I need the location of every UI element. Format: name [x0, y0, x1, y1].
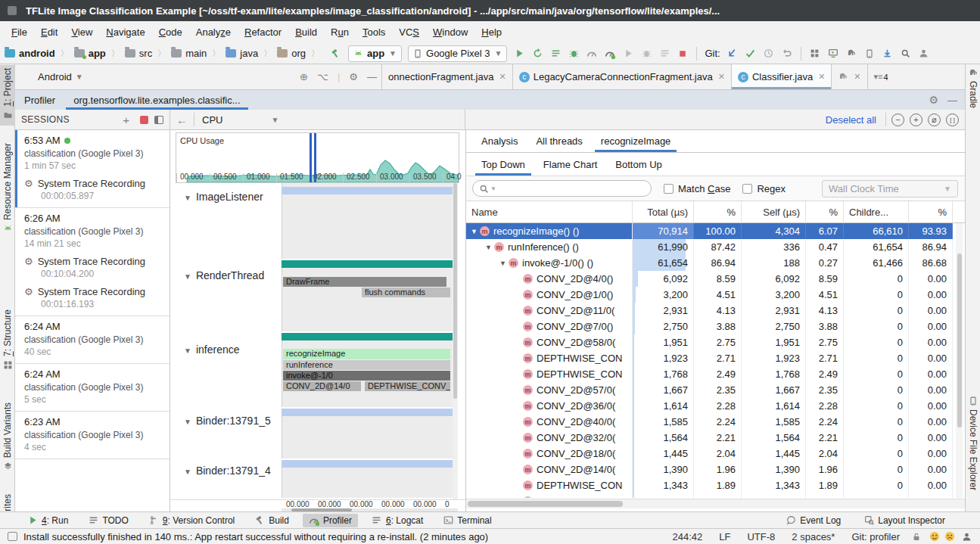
- commit-icon[interactable]: [742, 46, 759, 61]
- collapse-all-icon[interactable]: ⌥: [317, 71, 328, 82]
- close-icon[interactable]: ✕: [854, 72, 860, 82]
- sidebar-item-device-file-explorer[interactable]: Device File Explorer: [966, 396, 980, 517]
- toolwindow-button-layout-inspector[interactable]: Layout Inspector: [857, 514, 951, 527]
- sidebar-item-1-project[interactable]: 1: Project: [0, 65, 15, 126]
- hidden-tab[interactable]: ✕: [832, 64, 867, 89]
- hide-panel-icon[interactable]: —: [367, 71, 377, 82]
- thread-state-bar[interactable]: [282, 460, 458, 468]
- column-header-2[interactable]: %: [694, 201, 742, 223]
- session-entry[interactable]: 6:26 AMclassification (Google Pixel 3)14…: [15, 208, 170, 316]
- git-branch[interactable]: Git: profiler: [851, 531, 900, 542]
- table-vertical-scrollbar[interactable]: [956, 223, 963, 498]
- column-header-3[interactable]: Self (µs): [742, 201, 806, 223]
- session-entry[interactable]: 6:53 AMclassification (Google Pixel 3)1 …: [15, 130, 170, 208]
- table-row[interactable]: mCONV_2D@36/0(1,6142.281,6142.2800.00: [466, 398, 953, 414]
- table-row[interactable]: mCONV_2D@1/0()3,2004.513,2004.5100.00: [466, 287, 953, 303]
- caret-position[interactable]: 244:42: [673, 531, 703, 542]
- search-everywhere-icon[interactable]: [898, 46, 914, 61]
- thread-row-inference[interactable]: ▼inferencerecognizeImagerunInferenceinvo…: [170, 333, 459, 409]
- chevron-down-icon[interactable]: ▼: [184, 347, 191, 355]
- table-row[interactable]: mCONV_2D@7/0()2,7503.882,7503.8800.00: [466, 319, 953, 334]
- recording-entry[interactable]: ⚙System Trace Recording00:00:05.897: [24, 178, 163, 201]
- breadcrumb-src[interactable]: src: [125, 48, 152, 59]
- toolwindow-button-todo[interactable]: TODO: [82, 514, 134, 527]
- selection-marker[interactable]: [314, 133, 316, 182]
- close-icon[interactable]: ✕: [499, 72, 506, 82]
- run-disabled-icon[interactable]: [620, 46, 636, 61]
- table-row[interactable]: mCONV_2D@18/0(1,4452.041,4452.0400.00: [466, 446, 953, 462]
- device-manager-icon[interactable]: [825, 46, 842, 61]
- trace-span[interactable]: DrawFrame: [283, 277, 446, 287]
- build-hammer-icon[interactable]: [328, 46, 344, 61]
- gradle-sync-icon[interactable]: [843, 46, 860, 61]
- hidden-tabs-dropdown[interactable]: ▾≡4: [868, 64, 894, 89]
- menu-help[interactable]: Help: [474, 23, 509, 41]
- settings-gear-icon[interactable]: ⚙: [349, 71, 358, 82]
- menu-code[interactable]: Code: [152, 23, 189, 41]
- breadcrumb-android[interactable]: android: [5, 48, 55, 59]
- column-header-4[interactable]: %: [806, 201, 844, 223]
- zoom-to-selection-icon[interactable]: [ ]: [946, 113, 959, 126]
- column-header-6[interactable]: %: [909, 201, 953, 223]
- locate-file-icon[interactable]: ⊕: [300, 71, 308, 82]
- trace-span[interactable]: CONV_2D@14/0: [283, 381, 361, 391]
- chevron-down-icon[interactable]: ▼: [184, 194, 191, 202]
- recording-entry[interactable]: ⚙System Trace Recording00:01:16.193: [24, 286, 163, 309]
- session-entry[interactable]: 6:24 AMclassification (Google Pixel 3)40…: [15, 316, 170, 364]
- project-structure-icon[interactable]: [807, 46, 823, 61]
- user-avatar-icon[interactable]: [916, 46, 932, 61]
- menu-file[interactable]: File: [5, 23, 34, 41]
- profiler-minimize-icon[interactable]: —: [947, 95, 957, 106]
- expand-arrow-icon[interactable]: ▼: [499, 260, 509, 267]
- thread-state-bar[interactable]: [282, 187, 458, 194]
- column-header-0[interactable]: Name: [466, 201, 633, 223]
- thread-state-bar[interactable]: [282, 260, 458, 268]
- lock-icon[interactable]: [910, 530, 922, 542]
- sidebar-item-gradle[interactable]: Gradle: [966, 67, 980, 126]
- status-message[interactable]: Install successfully finished in 140 ms.…: [23, 531, 656, 542]
- device-select[interactable]: Google Pixel 3 ▼: [408, 45, 507, 62]
- editor-tab-classifier-java[interactable]: cClassifier.java✕: [732, 64, 832, 89]
- cpu-usage-chart[interactable]: CPU Usage 00.00000.50001.00001.50002.000…: [176, 132, 459, 183]
- zoom-in-icon[interactable]: +: [910, 113, 922, 126]
- profile-icon[interactable]: [602, 46, 618, 61]
- menu-analyze[interactable]: Analyze: [189, 23, 238, 41]
- expand-arrow-icon[interactable]: ▼: [485, 244, 494, 251]
- feedback-sad-icon[interactable]: [944, 530, 956, 542]
- search-input[interactable]: ▼: [472, 180, 652, 197]
- split-panel-icon[interactable]: [154, 116, 163, 124]
- line-ending[interactable]: LF: [719, 531, 730, 542]
- match-case-checkbox[interactable]: [664, 184, 674, 194]
- thread-state-bar[interactable]: [282, 333, 458, 340]
- rollback-icon[interactable]: [779, 46, 795, 61]
- profiler-session-tab[interactable]: org.tensorflow.lite.examples.classific..…: [63, 90, 250, 110]
- editor-tab-onnectionfragment-java[interactable]: onnectionFragment.java✕: [382, 64, 513, 89]
- menu-run[interactable]: Run: [324, 23, 356, 41]
- menu-tools[interactable]: Tools: [356, 23, 392, 41]
- stop-session-icon[interactable]: [140, 116, 148, 124]
- table-row[interactable]: mCONV_2D@58/0(1,9512.751,9512.7500.00: [466, 334, 953, 350]
- table-row[interactable]: mCONV_2D@57/0(1,6672.351,6672.3500.00: [466, 382, 953, 398]
- project-view-selector[interactable]: Android: [38, 71, 72, 82]
- table-horizontal-scrollbar[interactable]: [466, 499, 966, 508]
- table-row[interactable]: ▼minvoke@-1/0() ()61,65486.941880.2761,4…: [466, 255, 953, 271]
- thread-row-binder-13791-5[interactable]: ▼Binder:13791_5: [170, 409, 459, 460]
- recording-entry[interactable]: ⚙System Trace Recording00:10:04.200: [24, 256, 163, 279]
- avd-manager-icon[interactable]: [861, 46, 878, 61]
- tab-recognizeimage[interactable]: recognizeImage: [592, 130, 680, 152]
- close-icon[interactable]: ✕: [818, 72, 825, 82]
- background-tasks-icon[interactable]: [8, 532, 17, 541]
- tab-all-threads[interactable]: All threads: [527, 130, 591, 152]
- menu-vcs[interactable]: VCS: [392, 23, 426, 41]
- trace-span[interactable]: invoke@-1/0: [283, 371, 450, 381]
- add-session-icon[interactable]: +: [123, 113, 129, 126]
- rerun-icon[interactable]: [656, 46, 673, 61]
- reset-zoom-icon[interactable]: ⌀: [928, 113, 941, 126]
- session-entry[interactable]: 6:24 AMclassification (Google Pixel 3)5 …: [15, 364, 170, 412]
- back-arrow-icon[interactable]: ←: [176, 113, 188, 126]
- menu-window[interactable]: Window: [426, 23, 474, 41]
- sidebar-item-resource-manager[interactable]: Resource Manager: [0, 140, 15, 250]
- trace-span[interactable]: DEPTHWISE_CONV_...: [365, 381, 450, 391]
- menu-navigate[interactable]: Navigate: [99, 23, 151, 41]
- tab-bottom-up[interactable]: Bottom Up: [606, 153, 670, 176]
